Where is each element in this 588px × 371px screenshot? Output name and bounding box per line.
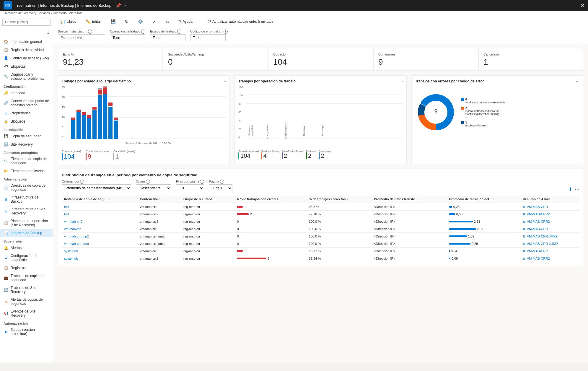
sidebar-item-diagnosticar[interactable]: 🔧 Diagnosticar y solucionar problemas — [0, 71, 53, 82]
col-errores[interactable]: N.º de trabajos con errores ↕ — [234, 196, 306, 203]
libros-button[interactable]: 📊 Libros — [58, 18, 79, 25]
col-instancia[interactable]: Instancia de copia de segu... ↕ — [62, 196, 137, 203]
export-button[interactable]: ⬇ — [569, 186, 572, 192]
col-contenedor[interactable]: Contenedor ↕ — [137, 196, 181, 203]
sidebar-label-infra-site: Infraestructura de Site Recovery — [11, 207, 49, 215]
refresh-button[interactable]: ↻ — [123, 18, 131, 25]
cell-grupo: rsg-mab-crr — [181, 255, 234, 262]
chart-op-more[interactable]: ⋯ — [399, 79, 403, 83]
table-more-button[interactable]: ⋯ — [575, 186, 579, 192]
emoji-button[interactable]: ☺ — [163, 18, 172, 25]
sidebar-item-copia-seguridad[interactable]: 💾 Copia de seguridad — [0, 132, 53, 140]
instance-link[interactable]: systemdb — [64, 257, 78, 260]
col-grupo[interactable]: Grupo de recursos ↕ — [181, 196, 234, 203]
more-icon[interactable]: ⋯ — [123, 3, 128, 8]
codigo-select[interactable]: Todo — [190, 34, 226, 41]
sidebar-item-tareas[interactable]: ▶ Tareas (versión preliminar) — [0, 326, 53, 338]
sidebar-item-eventos-site[interactable]: 📢 Eventos de Site Recovery — [0, 307, 53, 319]
cell-duracion: 2,93 — [447, 225, 520, 233]
col-duracion[interactable]: Promedio de duración del... ↕ — [447, 196, 520, 203]
refresh-icon: ↻ — [125, 19, 128, 24]
resource-link[interactable]: 🖥VM-MAB-CRR-JUMP — [523, 242, 577, 245]
sidebar-item-directivas[interactable]: 📄 Directivas de copia de seguridad — [0, 182, 53, 193]
sidebar-collapse-button[interactable]: « — [46, 30, 51, 36]
op-stat-desproteger-label: Desproteger — [319, 150, 332, 152]
editar-button[interactable]: ✏️ Editar — [83, 18, 103, 25]
sidebar-item-config-diagnostico[interactable]: ⚙ Configuración de diagnóstico — [0, 252, 53, 264]
sidebar-item-propiedades[interactable]: ⊞ Propiedades — [0, 109, 53, 117]
chart-op-bars: Copia de seguridad ConfigureBackup Cross… — [247, 86, 403, 139]
sidebar-item-identidad[interactable]: 🔑 Identidad — [0, 89, 53, 97]
help-button[interactable]: ? Ayuda — [177, 18, 195, 25]
cell-errores: 5 — [234, 255, 306, 262]
filas-select[interactable]: 10 25 50 100 — [176, 184, 204, 192]
col-datos[interactable]: Promedio de datos transfe... ↕ — [372, 196, 447, 203]
operacion-info-icon[interactable]: i — [141, 30, 145, 34]
sidebar-item-registros[interactable]: 📋 Registros — [0, 264, 53, 272]
orden-select[interactable]: Descendente Ascendente — [136, 184, 171, 192]
instance-link[interactable]: systemdb — [64, 249, 78, 253]
pagina-select[interactable]: 1 de 1 — [209, 184, 232, 192]
auto-refresh-button[interactable]: ⏱ Actualizar automáticamente: 5 minutos — [205, 18, 276, 25]
lock-icon: 🔒 — [4, 119, 8, 124]
close-icon[interactable]: ✕ — [581, 3, 584, 8]
table-row: vm-mab-crr-jumpvm-mab-crr-jumprsg-mab-cr… — [62, 240, 579, 248]
resource-link[interactable]: 🖥VM-MAB-CRR2 — [523, 212, 577, 216]
resource-link[interactable]: 🖥VM-MAB-CRR2 — [523, 257, 577, 260]
sidebar-item-alertas-copias[interactable]: ⚠ Alertas de copias de seguridad — [0, 296, 53, 307]
sidebar-item-conexiones[interactable]: 🔗 Conexiones de punto de conexión privad… — [0, 97, 53, 109]
instance-link[interactable]: vm-mab-crr-jump — [64, 242, 89, 245]
sidebar-item-informes[interactable]: 📊 Informes de Backup — [0, 229, 53, 237]
buscar-info-icon[interactable]: i — [88, 30, 92, 34]
pagina-info-icon[interactable]: i — [220, 180, 224, 184]
resource-link[interactable]: 🖥VM-MAB-CRR — [523, 227, 577, 231]
config-button[interactable]: ⚙️ — [136, 18, 145, 25]
orden-info-icon[interactable]: i — [146, 180, 150, 184]
kpi-errores-label: Con errores — [378, 53, 473, 56]
kpi-warnings-label: SucceededWithWarnings — [168, 53, 263, 56]
sidebar-item-iam[interactable]: 👤 Control de acceso (IAM) — [0, 54, 53, 62]
instance-link[interactable]: hn1 — [64, 212, 69, 216]
estado-select[interactable]: Todo Correcto Con errores Cancelado — [150, 34, 185, 41]
chart-errores-more[interactable]: ⋯ — [576, 79, 579, 83]
instance-link[interactable]: vm-mab-crr-jmp2 — [64, 235, 89, 238]
op-stat-desproteger: Desproteger 2 — [319, 150, 332, 159]
site-jobs-icon: 🔄 — [4, 287, 8, 292]
codigo-info-icon[interactable]: i — [224, 30, 228, 34]
sidebar-item-infra-site[interactable]: ⊞ Infraestructura de Site Recovery — [0, 205, 53, 217]
instance-link[interactable]: hn1 — [64, 205, 69, 209]
sidebar-item-alertas[interactable]: 🔔 Alertas — [0, 244, 53, 252]
pin-icon[interactable]: 📌 — [116, 3, 121, 8]
sidebar-item-site-recovery[interactable]: 🔄 Site Recovery — [0, 140, 53, 149]
chart-estado-more[interactable]: ⋯ — [222, 79, 226, 83]
sidebar-item-planes[interactable]: 📋 Planes de recuperación (Site Recovery) — [0, 217, 53, 229]
sidebar-item-trabajos-site[interactable]: 🔄 Trabajos de Site Recovery — [0, 284, 53, 296]
chart-op-y-axis: 120 100 80 60 40 20 0 — [238, 86, 243, 139]
sidebar-item-info-general[interactable]: 🏠 Información general — [0, 38, 53, 46]
instance-link[interactable]: vm-mab-crr — [64, 227, 81, 231]
resource-link[interactable]: 🖥VM-MAB-CRR-JMP2 — [523, 235, 577, 238]
search-input[interactable] — [2, 19, 51, 26]
buscar-input[interactable] — [58, 34, 105, 41]
sidebar-item-infra-backup[interactable]: ⊞ Infraestructura de Backup — [0, 193, 53, 205]
instance-link[interactable]: vm-mab-crr2 — [64, 220, 82, 223]
sidebar-item-etiquetas[interactable]: 🏷 Etiquetas — [0, 62, 53, 71]
sidebar-item-elementos-replicados[interactable]: 📂 Elementos replicados — [0, 167, 53, 175]
operacion-select[interactable]: Todo Copia de seguridad Restaurar Config… — [110, 34, 145, 41]
share-button[interactable]: ↗ — [150, 18, 158, 25]
ordenar-info-icon[interactable]: i — [80, 180, 84, 184]
sidebar-item-elementos-copia[interactable]: 🛡 Elementos de copia de seguridad — [0, 155, 53, 167]
col-recurso[interactable]: Recurso de Azure ↕ — [520, 196, 579, 203]
resource-link[interactable]: 🖥VM-MAB-CRR — [523, 205, 577, 209]
filas-info-icon[interactable]: i — [200, 180, 204, 184]
estado-info-icon[interactable]: i — [177, 30, 181, 34]
resource-link[interactable]: 🖥VM-MAB-CRR2 — [523, 220, 577, 223]
resource-link[interactable]: 🖥VM-MAB-CRR — [523, 249, 577, 253]
sidebar-item-trabajos-copia[interactable]: 💼 Trabajos de copia de seguridad — [0, 272, 53, 284]
ordenar-select[interactable]: Promedio de datos transferidos (MB) N.º … — [62, 184, 131, 192]
sidebar-item-bloqueos[interactable]: 🔒 Bloqueos — [0, 117, 53, 126]
save-button[interactable]: 💾 — [108, 18, 118, 25]
sidebar-item-registro[interactable]: 📋 Registro de actividad — [0, 46, 53, 54]
col-correctos[interactable]: % de trabajos correctos ↕ — [307, 196, 372, 203]
sidebar-label-identidad: Identidad — [11, 91, 25, 95]
